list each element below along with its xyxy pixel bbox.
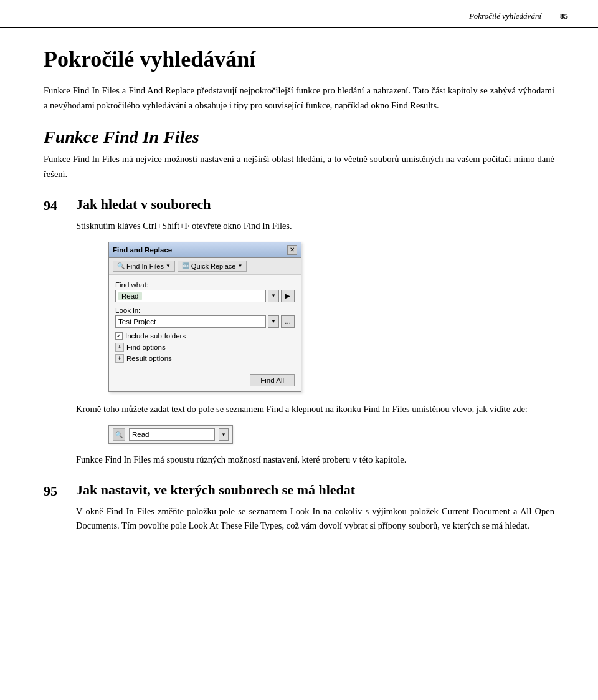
include-subfolders-row: ✓ Include sub-folders — [115, 332, 295, 340]
header-title: Pokročilé vyhledávání — [469, 11, 541, 21]
result-options-label: Result options — [126, 355, 172, 362]
find-replace-dialog: Find and Replace ✕ 🔍 Find In Files ▼ 🔤 Q… — [108, 242, 301, 392]
inline-dropdown-arrow[interactable]: ▼ — [219, 428, 229, 441]
find-in-files-button[interactable]: 🔍 Find In Files ▼ — [113, 261, 175, 272]
find-options-row: + Find options — [115, 343, 295, 352]
find-in-files-dropdown-arrow: ▼ — [166, 263, 171, 269]
include-subfolders-label: Include sub-folders — [125, 332, 186, 340]
chapter-heading: Pokročilé vyhledávání — [44, 47, 554, 72]
inline-find-input: 🔍 Read ▼ — [108, 425, 233, 444]
item-95-section: 95 Jak nastavit, ve kterých souborech se… — [44, 482, 554, 499]
quick-replace-button[interactable]: 🔤 Quick Replace ▼ — [178, 261, 247, 272]
after-dialog-text: Kromě toho můžete zadat text do pole se … — [76, 402, 554, 416]
item-95-body-area: V okně Find In Files změňte položku pole… — [76, 504, 554, 533]
dialog-titlebar: Find and Replace ✕ — [109, 242, 301, 258]
look-in-value: Test Project — [118, 318, 156, 325]
section1-heading: Funkce Find In Files — [44, 127, 554, 148]
item-94-title: Jak hledat v souborech — [76, 196, 211, 213]
find-what-input[interactable]: Read — [115, 290, 266, 302]
find-what-value: Read — [118, 292, 142, 300]
find-what-dropdown[interactable]: ▼ — [268, 290, 279, 302]
item-95-body: V okně Find In Files změňte položku pole… — [76, 504, 554, 533]
look-in-input-row: Test Project ▼ … — [115, 315, 295, 328]
find-what-input-row: Read ▼ ▶ — [115, 290, 295, 302]
find-what-browse[interactable]: ▶ — [281, 290, 295, 302]
item-94-number: 94 — [44, 196, 76, 214]
find-options-label: Find options — [126, 343, 166, 351]
look-in-dropdown[interactable]: ▼ — [268, 315, 279, 328]
result-options-row: + Result options — [115, 354, 295, 363]
find-in-files-icon: 🔍 — [117, 262, 125, 269]
result-options-expander[interactable]: + — [115, 354, 124, 363]
find-what-row: Find what: Read ▼ ▶ — [115, 281, 295, 302]
find-all-button[interactable]: Find All — [250, 374, 295, 386]
find-what-label: Find what: — [115, 281, 295, 289]
page-container: Pokročilé vyhledávání 85 Pokročilé vyhle… — [0, 0, 598, 700]
item-95-title: Jak nastavit, ve kterých souborech se má… — [76, 482, 355, 498]
dialog-footer: Find All — [109, 370, 301, 391]
item-94-body: Stisknutím kláves Ctrl+Shift+F otevřete … — [76, 219, 554, 233]
intro-paragraph: Funkce Find In Files a Find And Replace … — [44, 84, 554, 112]
item-94-section: 94 Jak hledat v souborech — [44, 196, 554, 214]
find-in-files-label: Find In Files — [126, 262, 164, 270]
look-in-label: Look in: — [115, 307, 295, 314]
find-options-expander[interactable]: + — [115, 343, 124, 352]
after-inline-text: Funkce Find In Files má spoustu různých … — [76, 453, 554, 467]
item-94-body-area: Stisknutím kláves Ctrl+Shift+F otevřete … — [76, 219, 554, 467]
dialog-title: Find and Replace — [113, 246, 172, 254]
inline-input-box[interactable]: Read — [129, 428, 215, 441]
item-95-number: 95 — [44, 482, 76, 499]
include-subfolders-checkbox[interactable]: ✓ — [115, 332, 123, 340]
dialog-toolbar: 🔍 Find In Files ▼ 🔤 Quick Replace ▼ — [109, 258, 301, 275]
inline-input-value: Read — [132, 431, 150, 438]
quick-replace-dropdown-arrow: ▼ — [237, 263, 242, 269]
dialog-close-button[interactable]: ✕ — [287, 245, 297, 255]
look-in-row: Look in: Test Project ▼ … — [115, 307, 295, 328]
page-header: Pokročilé vyhledávání 85 — [0, 0, 598, 28]
quick-replace-label: Quick Replace — [191, 262, 236, 270]
section1-body: Funkce Find In Files má nejvíce možností… — [44, 152, 554, 181]
header-page-num: 85 — [560, 11, 568, 21]
content-area: Pokročilé vyhledávání Funkce Find In Fil… — [0, 28, 598, 567]
quick-replace-icon: 🔤 — [182, 262, 189, 269]
look-in-input[interactable]: Test Project — [115, 315, 266, 328]
find-in-files-small-icon: 🔍 — [113, 428, 125, 441]
look-in-browse[interactable]: … — [281, 315, 295, 328]
dialog-body: Find what: Read ▼ ▶ Look in: — [109, 275, 301, 370]
